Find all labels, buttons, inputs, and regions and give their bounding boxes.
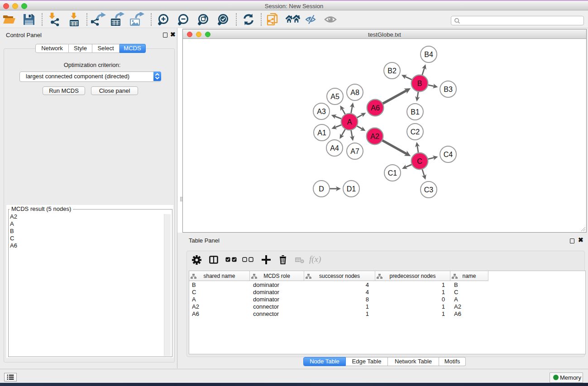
svg-text:D: D — [319, 185, 324, 193]
svg-text:B: B — [417, 80, 422, 87]
svg-text:B1: B1 — [411, 108, 420, 116]
svg-text:A6: A6 — [371, 104, 380, 112]
svg-text:D1: D1 — [347, 185, 356, 193]
svg-text:C3: C3 — [424, 186, 434, 194]
svg-text:C: C — [417, 157, 422, 165]
svg-text:A: A — [347, 118, 352, 126]
svg-text:A4: A4 — [330, 144, 339, 152]
svg-text:f(x): f(x) — [309, 255, 321, 264]
svg-text:C1: C1 — [388, 169, 397, 177]
svg-text:A1: A1 — [317, 129, 326, 137]
svg-text:A8: A8 — [350, 89, 359, 96]
svg-text:A7: A7 — [350, 148, 359, 155]
svg-text:C4: C4 — [444, 151, 453, 158]
svg-text:A5: A5 — [330, 93, 339, 100]
svg-text:A3: A3 — [317, 108, 326, 115]
svg-text:B4: B4 — [424, 51, 433, 58]
svg-text:C2: C2 — [411, 128, 420, 136]
svg-text:B2: B2 — [387, 67, 397, 75]
svg-text:B3: B3 — [444, 86, 453, 93]
svg-text:A2: A2 — [370, 133, 379, 140]
